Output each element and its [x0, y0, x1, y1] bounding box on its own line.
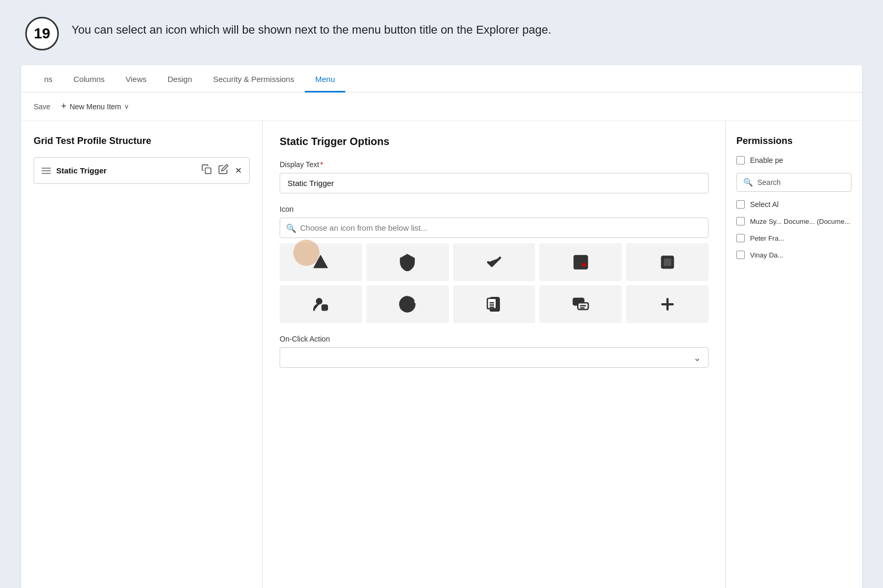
permission-vinay-label: Vinay Da... — [750, 251, 783, 260]
new-menu-item-button[interactable]: + New Menu Item ∨ — [61, 99, 130, 114]
icon-cell-access[interactable]: A — [539, 243, 622, 281]
tab-views[interactable]: Views — [115, 65, 157, 92]
step-number: 19 — [25, 17, 59, 50]
icon-cell-at-sign[interactable] — [366, 285, 449, 323]
right-panel: Permissions Enable pe 🔍 Search Select Al… — [725, 121, 862, 588]
tab-security[interactable]: Security & Permissions — [202, 65, 304, 92]
tab-columns[interactable]: Columns — [63, 65, 115, 92]
icon-label: Icon — [280, 205, 709, 213]
menu-item-actions: ✕ — [201, 164, 242, 177]
left-panel: Grid Test Profile Structure Static Trigg… — [21, 121, 263, 588]
content-area: Grid Test Profile Structure Static Trigg… — [21, 121, 862, 588]
enable-permissions-row: Enable pe — [736, 156, 851, 164]
instruction-banner: 19 You can select an icon which will be … — [0, 0, 883, 65]
svg-marker-1 — [313, 255, 328, 269]
tab-design[interactable]: Design — [157, 65, 203, 92]
instruction-text: You can select an icon which will be sho… — [71, 17, 551, 38]
svg-point-8 — [317, 298, 322, 304]
on-click-action-select[interactable] — [280, 347, 709, 368]
display-text-label: Display Text* — [280, 160, 709, 169]
drag-handle-icon[interactable] — [42, 168, 51, 174]
new-menu-item-label: New Menu Item — [69, 102, 121, 111]
enable-permissions-label: Enable pe — [750, 156, 783, 164]
icon-cell-box[interactable] — [626, 243, 709, 281]
tab-menu[interactable]: Menu — [305, 65, 346, 92]
on-click-label: On-Click Action — [280, 335, 709, 343]
icon-grid: A — [280, 243, 709, 323]
copy-icon[interactable] — [201, 164, 212, 177]
permission-peter-checkbox[interactable] — [736, 234, 745, 242]
icon-cell-person-badge[interactable] — [280, 285, 362, 323]
icon-cell-checkmark[interactable] — [453, 243, 536, 281]
icon-cell-document-copy[interactable] — [453, 285, 536, 323]
plus-icon: + — [61, 101, 67, 112]
icon-cell-shield-bolt[interactable] — [366, 243, 449, 281]
display-text-input[interactable] — [280, 173, 709, 193]
icon-cell-pyramid[interactable] — [280, 243, 362, 281]
tabs-bar: ns Columns Views Design Security & Permi… — [21, 65, 862, 92]
permission-vinay-checkbox[interactable] — [736, 251, 745, 259]
select-all-label: Select Al — [750, 200, 778, 209]
permission-item-peter: Peter Fra... — [736, 234, 851, 243]
menu-item-label: Static Trigger — [56, 166, 196, 175]
icon-cell-plus[interactable] — [626, 285, 709, 323]
options-title: Static Trigger Options — [280, 136, 709, 148]
permission-peter-label: Peter Fra... — [750, 234, 784, 243]
permission-muze-checkbox[interactable] — [736, 217, 745, 225]
on-click-action-group: On-Click Action — [280, 335, 709, 368]
enable-permissions-checkbox[interactable] — [736, 156, 745, 164]
toolbar: Save + New Menu Item ∨ — [21, 92, 862, 121]
svg-rect-7 — [664, 259, 671, 266]
delete-icon[interactable]: ✕ — [235, 166, 242, 176]
icon-search-input[interactable] — [280, 218, 709, 238]
svg-rect-0 — [206, 168, 211, 174]
chevron-down-icon: ∨ — [124, 102, 129, 110]
main-panel: ns Columns Views Design Security & Permi… — [21, 65, 862, 588]
edit-icon[interactable] — [218, 164, 229, 177]
permissions-search-box[interactable]: 🔍 Search — [736, 173, 851, 192]
middle-panel: Static Trigger Options Display Text* Ico… — [263, 121, 725, 588]
permission-item-vinay: Vinay Da... — [736, 251, 851, 260]
permission-muze-label: Muze Sy... Docume... (Docume... — [750, 217, 850, 226]
icon-cell-chat[interactable] — [539, 285, 622, 323]
icon-search-container: 🔍 — [280, 218, 709, 238]
permissions-title: Permissions — [736, 136, 851, 147]
svg-rect-5 — [582, 263, 586, 266]
on-click-dropdown-wrapper — [280, 347, 709, 368]
permissions-search-label: Search — [757, 178, 781, 187]
select-all-checkbox[interactable] — [736, 200, 745, 209]
search-magnifier-icon: 🔍 — [286, 223, 296, 233]
permission-item-muze: Muze Sy... Docume... (Docume... — [736, 217, 851, 226]
search-icon: 🔍 — [743, 178, 753, 187]
select-all-row: Select Al — [736, 200, 851, 209]
svg-text:A: A — [577, 259, 583, 267]
save-button[interactable]: Save — [34, 100, 50, 113]
display-text-group: Display Text* — [280, 160, 709, 193]
icon-group: Icon 🔍 — [280, 205, 709, 323]
menu-item-row[interactable]: Static Trigger — [34, 157, 250, 184]
tab-ns[interactable]: ns — [34, 65, 63, 92]
left-panel-title: Grid Test Profile Structure — [34, 136, 250, 147]
